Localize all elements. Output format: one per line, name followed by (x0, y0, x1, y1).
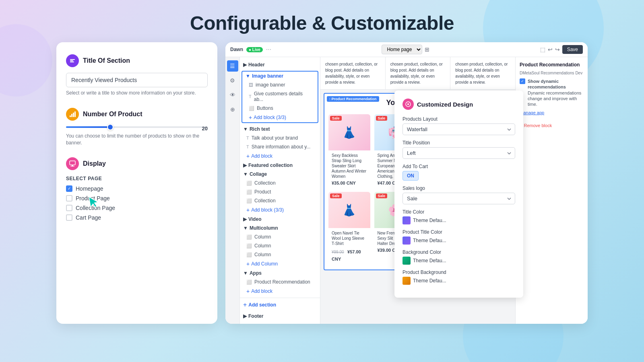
title-color-field: Title Color Theme Defau... (402, 209, 515, 224)
product-title-color-label: Product Title Color (402, 229, 515, 235)
show-dynamic-description: Dynamic recommendations change and impro… (528, 90, 584, 107)
title-color-value[interactable]: Theme Defau... (402, 216, 515, 224)
nav-multicolumn-section[interactable]: ▼ Multicolumn (240, 224, 320, 232)
title-input[interactable] (66, 73, 208, 87)
product-info-1: Sexy Backless Strap Sling Long Sweater S… (328, 150, 370, 188)
product-count-slider[interactable]: 20 (66, 126, 208, 128)
display-section-header: Display (66, 157, 208, 170)
right-sidebar-check[interactable]: ✓ (520, 78, 525, 84)
add-column-multi[interactable]: + Add Column (240, 259, 320, 269)
select-page-label: SELECT PAGE (66, 176, 208, 181)
remove-block-btn[interactable]: − Remove block (520, 123, 584, 128)
nav-item-collage-col2[interactable]: ⬜ Collection (240, 196, 320, 205)
product-bg-label: Product Background (402, 269, 515, 275)
manage-app-link[interactable]: Manage app (520, 110, 584, 115)
checkbox-cart-page[interactable]: Cart Page (66, 214, 208, 221)
page-select[interactable]: Home page (382, 45, 422, 54)
nav-item-give-customers[interactable]: T Give customers details ab... (242, 89, 318, 104)
add-block-collage[interactable]: + Add block (3/3) (240, 205, 320, 215)
right-sidebar-checkbox-item[interactable]: ✓ Show dynamic recommendations Dynamic r… (520, 78, 584, 107)
checkbox-collection-box[interactable] (66, 205, 72, 211)
nav-video-section[interactable]: ▶ Video (240, 215, 320, 224)
save-button[interactable]: Save (562, 45, 583, 54)
nav-item-product-rec[interactable]: ⬜ Product Recommendation (240, 278, 320, 286)
nav-item-talk-brand[interactable]: T Talk about your brand (240, 134, 320, 142)
add-section-btn[interactable]: + Add section (240, 298, 320, 312)
manage-link-text[interactable]: Manage app (520, 110, 544, 115)
external-link-icon[interactable]: ⊞ (425, 46, 429, 53)
products-layout-label: Products Layout (402, 116, 515, 122)
nav-header-section[interactable]: ▶ Header (240, 60, 320, 69)
product-card-5[interactable]: Sale 👗 Open Navel Tie Wool Long Sleeve T… (328, 192, 370, 265)
product-bg-value[interactable]: Theme Defau... (402, 277, 515, 285)
theme-settings-icon-btn[interactable]: ⚙ (227, 75, 238, 86)
devices-icon[interactable]: ⬚ (540, 46, 545, 53)
slider-fill (66, 126, 109, 128)
title-section-header: Title Of Section (66, 54, 208, 67)
slider-thumb[interactable] (107, 124, 114, 130)
right-sidebar-title: Product Recommendation (520, 62, 584, 68)
checkbox-homepage[interactable]: ✓ Homepage (66, 185, 208, 192)
undo-icon[interactable]: ↩ (548, 46, 553, 53)
custom-design-icon (402, 99, 414, 110)
featured-label: Featured collection (248, 162, 293, 168)
sale-badge-1: Sale (330, 116, 342, 121)
sections-icon-btn[interactable]: ☰ (227, 60, 238, 72)
col-b-icon: ⬜ (246, 243, 252, 249)
nav-image-banner-section[interactable]: ▼ Image banner (242, 72, 318, 80)
nav-item-col1-label: Collection (254, 180, 276, 186)
featured-expand: ▶ (243, 162, 247, 168)
add-block-banner[interactable]: + Add block (3/3) (242, 113, 318, 122)
nav-featured-collection[interactable]: ▶ Featured collection (240, 161, 320, 170)
display-section-label: Display (83, 160, 106, 167)
nav-item-share-info[interactable]: T Share information about y... (240, 142, 320, 151)
redo-icon[interactable]: ↪ (555, 46, 560, 53)
nav-collage-section[interactable]: ▼ Collage (240, 170, 320, 179)
nav-item-col-b[interactable]: ⬜ Column (240, 241, 320, 250)
nav-item-col-c[interactable]: ⬜ Column (240, 250, 320, 259)
checkbox-product-box[interactable] (66, 195, 72, 202)
svg-rect-2 (70, 62, 74, 62)
nav-item-col-a[interactable]: ⬜ Column (240, 232, 320, 241)
nav-rich-text-section[interactable]: ▼ Rich text (240, 125, 320, 134)
nav-item-collage-col1[interactable]: ⬜ Collection (240, 179, 320, 187)
product-card-1[interactable]: Sale 👗 Sexy Backless Strap Sling Long Sw… (328, 114, 370, 188)
product-title-color-swatch (402, 237, 411, 245)
prod-icon: ⬜ (246, 189, 252, 195)
products-layout-select[interactable]: Waterfall (402, 123, 515, 135)
add-block-banner-label: Add block (3/3) (254, 115, 286, 120)
sales-logo-select[interactable]: Sale (402, 193, 515, 204)
add-to-cart-toggle[interactable]: ON (402, 171, 419, 181)
eye-icon-btn[interactable]: 👁 (227, 89, 238, 101)
product-name-1: Sexy Backless Strap Sling Long Sweater S… (332, 153, 367, 179)
checkbox-collection-page[interactable]: Collection Page (66, 205, 208, 211)
product-img-1: Sale 👗 (328, 114, 370, 150)
add-block-apps[interactable]: + Add block (240, 286, 320, 296)
topbar-more[interactable]: ··· (266, 46, 271, 53)
bg-color-value[interactable]: Theme Defau... (402, 257, 515, 265)
title-position-select[interactable]: Left (402, 147, 515, 159)
add-block-collage-label: Add block (3/3) (251, 207, 284, 213)
svg-rect-5 (73, 113, 74, 117)
search-icon-btn[interactable]: ⊕ (227, 104, 238, 115)
plus-icon-5: + (246, 288, 250, 294)
nav-item-buttons[interactable]: ⬜ Buttons (242, 104, 318, 113)
nav-item-collage-prod[interactable]: ⬜ Product (240, 187, 320, 196)
apps-label: Apps (250, 270, 262, 276)
number-section-icon (66, 108, 79, 121)
product-name-5: Open Navel Tie Wool Long Sleeve T-Shirt (332, 230, 367, 246)
checkbox-cart-box[interactable] (66, 214, 72, 221)
editor-nav-panel: ▶ Header ▼ Image banner 🖼 image banner (240, 57, 320, 324)
add-block-rich[interactable]: + Add block (240, 151, 320, 161)
nav-item-col-c-label: Column (254, 252, 271, 257)
product-title-color-value[interactable]: Theme Defau... (402, 237, 515, 245)
product-bg-field: Product Background Theme Defau... (402, 269, 515, 285)
nav-item-col2-label: Collection (254, 198, 276, 204)
slider-track (66, 126, 208, 128)
product-info-5: Open Navel Tie Wool Long Sleeve T-Shirt … (328, 228, 370, 265)
checkbox-homepage-box[interactable]: ✓ (66, 185, 72, 192)
nav-footer-section[interactable]: ▶ Footer (240, 312, 320, 321)
add-section-label: Add section (248, 302, 276, 308)
nav-apps-section[interactable]: ▼ Apps (240, 269, 320, 278)
nav-item-image-banner[interactable]: 🖼 image banner (242, 80, 318, 89)
